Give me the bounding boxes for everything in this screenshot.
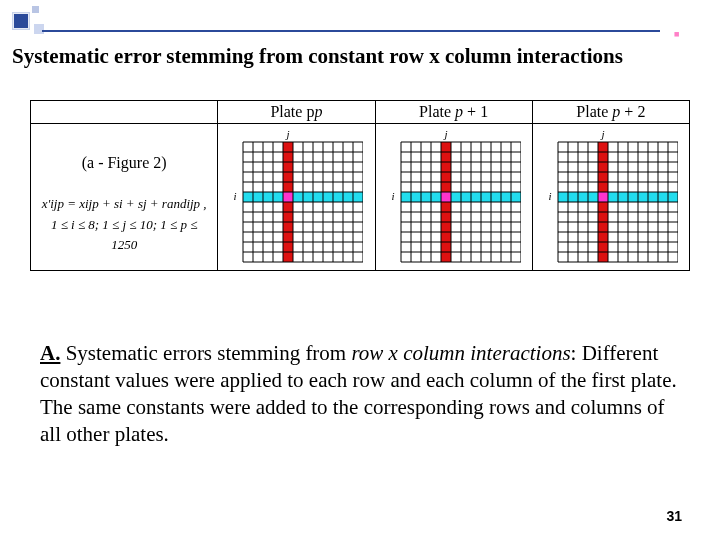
plate-cell-2: ji [532, 124, 689, 271]
plate-cell-1: ji [375, 124, 532, 271]
figure-formula-cell: (a - Figure 2) x'ijp = xijp + si + sj + … [31, 124, 218, 271]
body-lead: Systematic errors stemming from [60, 341, 351, 365]
slide-title: Systematic error stemming from constant … [12, 44, 708, 69]
svg-text:j: j [285, 128, 290, 140]
figure-panel: Plate pp Plate p + 1 Plate p + 2 (a - Fi… [30, 100, 690, 271]
svg-text:i: i [548, 190, 551, 202]
header-plate-0: Plate pp [218, 101, 375, 124]
section-label: A. [40, 341, 60, 365]
plate-grid: ji [544, 128, 678, 266]
body-text: A. Systematic errors stemming from row x… [40, 340, 680, 448]
header-plate-1: Plate p + 1 [375, 101, 532, 124]
page-number: 31 [666, 508, 682, 524]
svg-text:j: j [599, 128, 604, 140]
figure-table: Plate pp Plate p + 1 Plate p + 2 (a - Fi… [30, 100, 690, 271]
body-italic: row x column interactions [351, 341, 570, 365]
figure-label: (a - Figure 2) [41, 153, 207, 172]
svg-text:i: i [391, 190, 394, 202]
header-plate-2: Plate p + 2 [532, 101, 689, 124]
svg-rect-4 [283, 192, 293, 202]
figure-formula-line2: 1 ≤ i ≤ 8; 1 ≤ j ≤ 10; 1 ≤ p ≤ 1250 [51, 217, 197, 252]
header-empty [31, 101, 218, 124]
svg-rect-66 [598, 192, 608, 202]
plate-grid: ji [387, 128, 521, 266]
svg-text:i: i [234, 190, 237, 202]
svg-rect-35 [441, 192, 451, 202]
plate-cell-0: ji [218, 124, 375, 271]
header-rule [42, 30, 660, 32]
figure-formula-line1: x'ijp = xijp + si + sj + randijp , [42, 196, 207, 211]
svg-text:j: j [442, 128, 447, 140]
active-square-icon: ▪ [674, 24, 680, 45]
plate-grid: ji [229, 128, 363, 266]
